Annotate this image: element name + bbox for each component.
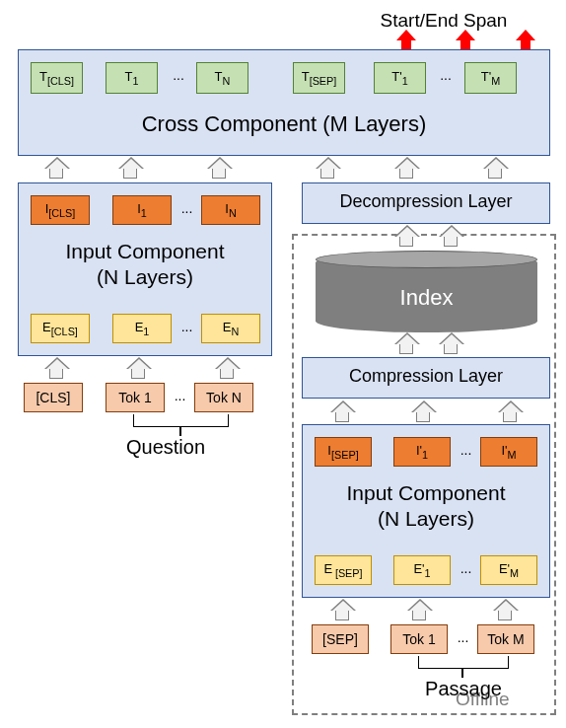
input-component-q-label: Input Component (N Layers) xyxy=(19,239,271,291)
cross-component-label: Cross Component (M Layers) xyxy=(19,111,549,137)
epm-token: E'M xyxy=(480,555,537,585)
arrow-up-icon xyxy=(416,410,430,422)
i-cls-token: I[CLS] xyxy=(31,195,90,225)
bracket-stem-icon xyxy=(461,668,463,678)
cross-component-box: T[CLS] T1 ··· TN T[SEP] T'1 ··· T'M Cros… xyxy=(18,49,550,156)
arrow-up-icon xyxy=(49,167,63,179)
arrow-up-icon xyxy=(399,235,413,247)
arrow-up-icon xyxy=(444,235,458,247)
en-token: EN xyxy=(201,314,260,343)
index-cylinder: Index xyxy=(316,252,537,332)
e-sep-token: E [SEP] xyxy=(315,555,372,585)
arrow-up-icon xyxy=(399,167,413,179)
cls-input-token: [CLS] xyxy=(24,383,83,412)
compression-layer: Compression Layer xyxy=(302,357,550,399)
in-token: IN xyxy=(201,195,260,225)
arrow-up-icon xyxy=(123,167,137,179)
arrow-up-icon xyxy=(412,609,426,620)
tn-token: TN xyxy=(196,62,248,94)
ellipsis-icon: ··· xyxy=(168,391,192,406)
e-cls-token: E[CLS] xyxy=(31,314,90,343)
arrow-up-icon xyxy=(444,342,458,354)
decompression-label: Decompression Layer xyxy=(303,191,549,212)
question-label: Question xyxy=(126,436,205,459)
t-sep-token: T[SEP] xyxy=(293,62,345,94)
e1-token: E1 xyxy=(112,314,172,343)
ip1-token: I'1 xyxy=(393,437,451,467)
arrow-up-icon xyxy=(488,167,502,179)
ep1-token: E'1 xyxy=(393,555,451,585)
tpm-token: T'M xyxy=(464,62,517,94)
arrow-up-icon xyxy=(131,367,145,379)
bracket-icon xyxy=(133,414,229,427)
arrow-up-icon xyxy=(503,410,517,422)
ipm-token: I'M xyxy=(480,437,537,467)
passage-label: Passage xyxy=(394,678,532,700)
input-component-question: I[CLS] I1 ··· IN Input Component (N Laye… xyxy=(18,182,272,356)
sep-input-token: [SEP] xyxy=(312,624,369,654)
arrow-up-icon xyxy=(335,609,349,620)
span-title: Start/End Span xyxy=(345,10,542,32)
arrow-up-icon xyxy=(212,167,226,179)
arrow-up-icon xyxy=(220,367,234,379)
t-cls-token: T[CLS] xyxy=(31,62,83,94)
decompression-layer: Decompression Layer xyxy=(302,182,550,224)
compression-label: Compression Layer xyxy=(303,366,549,387)
input-component-passage: I[SEP] I'1 ··· I'M Input Component (N La… xyxy=(302,424,550,598)
bracket-stem-icon xyxy=(179,426,181,436)
ellipsis-icon: ··· xyxy=(454,563,478,579)
input-component-p-label: Input Component (N Layers) xyxy=(303,480,549,533)
diagram-root: Start/End Span T[CLS] T1 ··· TN T[SEP] T… xyxy=(10,10,556,718)
ellipsis-icon: ··· xyxy=(454,445,478,461)
ellipsis-icon: ··· xyxy=(175,203,199,219)
q-tokn: Tok N xyxy=(194,383,253,412)
tp1-token: T'1 xyxy=(374,62,426,94)
bracket-icon xyxy=(418,656,509,669)
p-tok1: Tok 1 xyxy=(390,624,448,654)
i1-token: I1 xyxy=(112,195,172,225)
arrow-up-icon xyxy=(49,367,63,379)
i-sep-token: I[SEP] xyxy=(315,437,372,467)
red-arrow-icon xyxy=(460,39,470,49)
q-tok1: Tok 1 xyxy=(106,383,165,412)
t1-token: T1 xyxy=(106,62,158,94)
ellipsis-icon: ··· xyxy=(175,322,199,337)
index-label: Index xyxy=(400,285,454,311)
p-tokm: Tok M xyxy=(477,624,534,654)
arrow-up-icon xyxy=(498,609,512,620)
arrow-up-icon xyxy=(399,342,413,354)
red-arrow-icon xyxy=(521,39,531,49)
ellipsis-icon: ··· xyxy=(431,70,460,86)
arrow-up-icon xyxy=(320,167,334,179)
ellipsis-icon: ··· xyxy=(451,632,475,648)
ellipsis-icon: ··· xyxy=(164,70,193,86)
arrow-up-icon xyxy=(335,410,349,422)
red-arrow-icon xyxy=(401,39,411,49)
